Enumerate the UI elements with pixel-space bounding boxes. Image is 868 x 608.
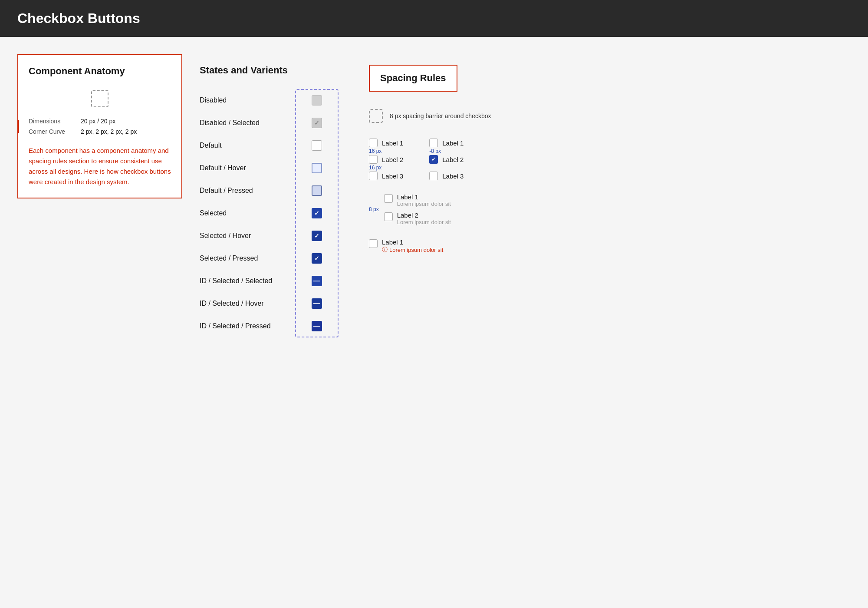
state-row-selected-pressed: Selected / Pressed ✓	[200, 247, 339, 270]
anatomy-prop-corner: Corner Curve 2 px, 2 px, 2 px, 2 px	[29, 128, 171, 135]
state-cb-area-disabled-selected: ✓	[295, 118, 339, 128]
anatomy-checkbox-visual	[91, 90, 108, 107]
checkbox-selected-hover: ✓	[312, 231, 322, 241]
spacing-rule-with-desc: 8 px Label 1 Lorem ipsum dolor sit Label	[369, 193, 838, 225]
state-label-id-pressed: ID / Selected / Pressed	[200, 322, 295, 330]
prop-label-corner: Corner Curve	[29, 128, 72, 135]
checkmark-selected: ✓	[314, 210, 319, 217]
checkbox-id-pressed: —	[312, 321, 322, 331]
spacing-desc-items: Label 1 Lorem ipsum dolor sit Label 2 Lo…	[384, 193, 451, 225]
state-cb-area-id-selected: —	[295, 276, 339, 286]
spacing-barrier-checkbox	[369, 109, 383, 123]
anatomy-description: Each component has a component anatomy a…	[29, 145, 171, 187]
states-list: Disabled Disabled / Selected ✓ Default	[200, 89, 339, 337]
checkmark-selected-hover: ✓	[314, 232, 319, 239]
state-cb-area-default-pressed	[295, 185, 339, 196]
checkbox-default-pressed	[312, 185, 322, 196]
spacing-gap-16-1: 16 px	[369, 148, 403, 154]
spacing-gap-16-2: 16 px	[369, 165, 403, 171]
spacing-label-2: Label 2	[382, 156, 403, 163]
anatomy-properties: Dimensions 20 px / 20 px Corner Curve 2 …	[29, 118, 171, 135]
checkbox-selected-pressed: ✓	[312, 253, 322, 264]
state-row-id-pressed: ID / Selected / Pressed —	[200, 315, 339, 337]
dash-id-hover: —	[313, 300, 320, 307]
state-row-selected: Selected ✓	[200, 202, 339, 225]
spacing-desc-item-1: Label 1 Lorem ipsum dolor sit	[384, 193, 451, 207]
spacing-list-item-1: Label 1	[369, 139, 403, 147]
states-title: States and Varients	[200, 65, 339, 76]
spacing-list-item-2: Label 2	[369, 155, 403, 164]
anatomy-title: Component Anatomy	[29, 66, 171, 77]
state-row-id-selected: ID / Selected / Selected —	[200, 270, 339, 292]
state-row-selected-hover: Selected / Hover ✓	[200, 225, 339, 247]
state-row-disabled: Disabled	[200, 89, 339, 112]
spacing-error-row: Label 1 ⓘ Lorem ipsum dolor sit	[369, 238, 838, 254]
check-right-2: ✓	[431, 156, 436, 162]
state-cb-area-default-hover	[295, 163, 339, 173]
spacing-list-item-3: Label 3	[369, 172, 403, 180]
spacing-desc-gap	[384, 208, 451, 211]
spacing-error-text: Label 1 ⓘ Lorem ipsum dolor sit	[382, 238, 443, 254]
state-row-default-pressed: Default / Pressed	[200, 179, 339, 202]
state-cb-area-id-hover: —	[295, 298, 339, 309]
checkbox-disabled-selected: ✓	[312, 118, 322, 128]
component-anatomy-section: Component Anatomy Dimensions 20 px / 20 …	[17, 54, 182, 198]
checkbox-default-hover	[312, 163, 322, 173]
state-label-default-hover: Default / Hover	[200, 164, 295, 172]
spacing-desc-item-2: Label 2 Lorem ipsum dolor sit	[384, 211, 451, 225]
anatomy-prop-dimensions: Dimensions 20 px / 20 px	[29, 118, 171, 125]
spacing-cb-right-2: ✓	[429, 155, 438, 164]
spacing-label-right-3: Label 3	[442, 172, 464, 180]
page-title: Checkbox Buttons	[17, 10, 851, 26]
state-cb-area-selected-pressed: ✓	[295, 253, 339, 264]
state-label-selected-hover: Selected / Hover	[200, 232, 295, 240]
spacing-header-box: Spacing Rules	[369, 65, 457, 92]
checkmark-disabled: ✓	[314, 119, 319, 126]
checkbox-id-selected: —	[312, 276, 322, 286]
spacing-gap-placeholder: 16 px	[429, 165, 464, 171]
state-label-default: Default	[200, 142, 295, 149]
spacing-cb-desc-2	[384, 212, 393, 221]
spacing-rule-barrier: 8 px spacing barrier around checkbox	[369, 109, 838, 123]
states-section: States and Varients Disabled Disabled / …	[182, 54, 356, 593]
prop-label-dimensions: Dimensions	[29, 118, 72, 125]
spacing-label-right-2: Label 2	[442, 156, 464, 163]
state-cb-area-id-pressed: —	[295, 321, 339, 331]
state-label-id-hover: ID / Selected / Hover	[200, 300, 295, 307]
checkbox-id-hover: —	[312, 298, 322, 309]
spacing-desc-sub-1: Lorem ipsum dolor sit	[397, 201, 451, 207]
anatomy-left-accent	[17, 120, 19, 133]
spacing-desc-label-1: Label 1	[397, 193, 451, 201]
spacing-label-right-1: Label 1	[442, 139, 464, 147]
prop-value-corner: 2 px, 2 px, 2 px, 2 px	[81, 128, 137, 135]
spacing-list-right-item-3: Label 3	[429, 172, 464, 180]
spacing-rule-error: Label 1 ⓘ Lorem ipsum dolor sit	[369, 238, 838, 254]
checkbox-disabled	[312, 95, 322, 106]
spacing-list-left: Label 1 16 px Label 2 16 px Label 3	[369, 139, 403, 180]
spacing-rule-lists: Label 1 16 px Label 2 16 px Label 3	[369, 139, 838, 180]
spacing-cb-desc-1	[384, 194, 393, 203]
checkbox-default	[312, 140, 322, 151]
state-row-default: Default	[200, 134, 339, 157]
state-cb-area-default	[295, 140, 339, 151]
page-header: Checkbox Buttons	[0, 0, 868, 37]
state-row-disabled-selected: Disabled / Selected ✓	[200, 112, 339, 134]
state-label-default-pressed: Default / Pressed	[200, 187, 295, 195]
spacing-list-right-item-2: ✓ Label 2	[429, 155, 464, 164]
dash-id-pressed: —	[313, 323, 320, 330]
state-label-selected-pressed: Selected / Pressed	[200, 254, 295, 262]
spacing-error-label: Label 1	[382, 238, 443, 246]
prop-value-dimensions: 20 px / 20 px	[81, 118, 115, 125]
spacing-desc-label-2: Label 2	[397, 211, 451, 219]
error-circle-icon: ⓘ	[382, 246, 388, 254]
state-cb-area-selected-hover: ✓	[295, 231, 339, 241]
main-content: Component Anatomy Dimensions 20 px / 20 …	[0, 37, 868, 608]
spacing-label-3: Label 3	[382, 172, 403, 180]
spacing-gap-neg8: -8 px	[429, 148, 464, 154]
spacing-lists-container: Label 1 16 px Label 2 16 px Label 3	[369, 139, 838, 180]
spacing-title: Spacing Rules	[380, 73, 446, 84]
state-row-default-hover: Default / Hover	[200, 157, 339, 179]
state-cb-area-selected: ✓	[295, 208, 339, 218]
spacing-desc-row-1: 8 px Label 1 Lorem ipsum dolor sit Label	[369, 193, 838, 225]
spacing-barrier-text: 8 px spacing barrier around checkbox	[390, 112, 491, 119]
